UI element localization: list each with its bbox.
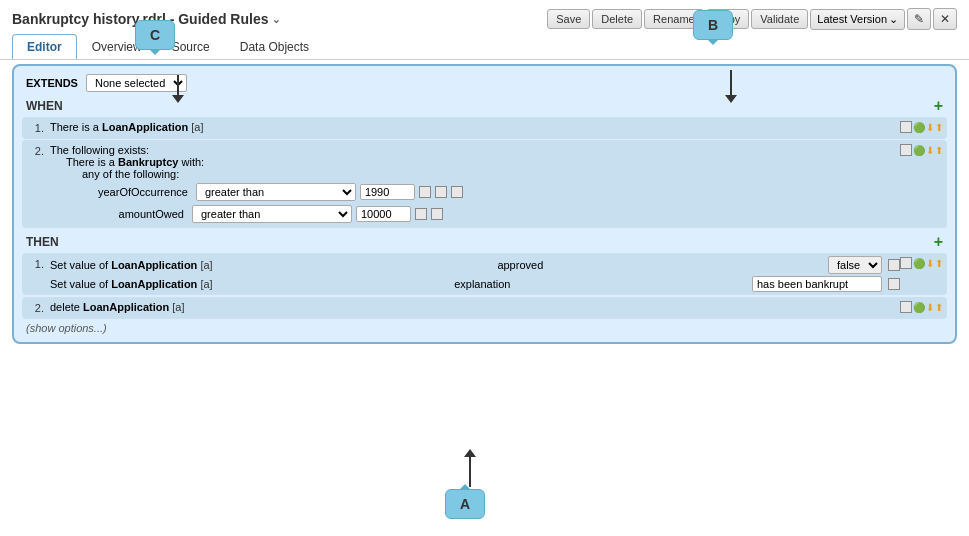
tab-data-objects[interactable]: Data Objects xyxy=(225,34,324,59)
then-approved-row: Set value of LoanApplication [a] approve… xyxy=(50,255,900,275)
annotation-b: B xyxy=(693,10,733,40)
title-dropdown-icon[interactable]: ⌄ xyxy=(272,14,280,25)
arrow-c xyxy=(172,75,184,103)
nested-intro: The following exists: xyxy=(50,144,900,156)
validate-button[interactable]: Validate xyxy=(751,9,808,29)
close-button[interactable]: ✕ xyxy=(933,8,957,30)
when-row-1-content: There is a LoanApplication [a] xyxy=(50,119,900,133)
when-label: WHEN xyxy=(26,99,63,113)
then-approved-field: approved xyxy=(219,259,822,271)
then-add-button[interactable]: + xyxy=(934,234,943,250)
then-row-1-num: 1. xyxy=(26,255,50,270)
then-set-label-1: Set value of LoanApplication [a] xyxy=(50,259,213,271)
then-row-2-sq[interactable] xyxy=(900,301,912,313)
when-row-2: 2. The following exists: There is a Bank… xyxy=(22,140,947,228)
amount-sq2[interactable] xyxy=(431,208,443,220)
then-set-label-2: Set value of LoanApplication [a] xyxy=(50,278,213,290)
then-row-2: 2. delete LoanApplication [a] 🟢 ⬇ ⬆ xyxy=(22,297,947,319)
amount-sq1[interactable] xyxy=(415,208,427,220)
when-row-2-down[interactable]: ⬇ xyxy=(926,145,934,156)
when-row-1-sq1[interactable] xyxy=(900,121,912,133)
then-row-2-up[interactable]: ⬆ xyxy=(935,302,943,313)
then-explanation-row: Set value of LoanApplication [a] explana… xyxy=(50,275,900,293)
then-row-2-actions: 🟢 ⬇ ⬆ xyxy=(900,299,943,313)
then-explanation-field: explanation xyxy=(219,278,746,290)
year-sq1[interactable] xyxy=(419,186,431,198)
amount-value-input[interactable] xyxy=(356,206,411,222)
annotation-c: C xyxy=(135,20,175,50)
extends-label: EXTENDS xyxy=(26,77,78,89)
then-row-1-add[interactable]: 🟢 xyxy=(913,258,925,269)
year-operator-select[interactable]: greater than less than equal to xyxy=(196,183,356,201)
then-row-1-actions: 🟢 ⬇ ⬆ xyxy=(900,255,943,269)
amount-label: amountOwed xyxy=(98,208,188,220)
arrow-b xyxy=(725,70,737,103)
delete-button[interactable]: Delete xyxy=(592,9,642,29)
then-row-1-down[interactable]: ⬇ xyxy=(926,258,934,269)
then-row-2-add[interactable]: 🟢 xyxy=(913,302,925,313)
year-value-input[interactable] xyxy=(360,184,415,200)
year-sq2[interactable] xyxy=(435,186,447,198)
then-row-1-sq[interactable] xyxy=(900,257,912,269)
latest-version-dropdown[interactable]: Latest Version ⌄ xyxy=(810,9,905,30)
year-row: yearOfOccurrence greater than less than … xyxy=(98,182,900,202)
then-row-2-content: delete LoanApplication [a] xyxy=(50,299,900,313)
when-row-2-up[interactable]: ⬆ xyxy=(935,145,943,156)
nested-sub: There is a Bankruptcy with: xyxy=(66,156,900,168)
when-header: WHEN + xyxy=(18,96,951,116)
show-options[interactable]: (show options...) xyxy=(18,320,951,336)
extends-row: EXTENDS None selected xyxy=(18,72,951,96)
explanation-sq[interactable] xyxy=(888,278,900,290)
when-add-button[interactable]: + xyxy=(934,98,943,114)
when-row-1-up-arrow[interactable]: ⬆ xyxy=(935,122,943,133)
when-row-2-actions: 🟢 ⬇ ⬆ xyxy=(900,142,943,156)
when-row-1-num: 1. xyxy=(26,119,50,134)
approved-sq[interactable] xyxy=(888,259,900,271)
when-row-1-text: There is a LoanApplication [a] xyxy=(50,121,203,133)
when-row-2-sq[interactable] xyxy=(900,144,912,156)
editor-area: EXTENDS None selected WHEN + 1. There is… xyxy=(12,64,957,344)
when-row-2-num: 2. xyxy=(26,142,50,157)
toolbar: Save Delete Rename Copy Validate Latest … xyxy=(547,8,957,30)
when-row-1-actions: 🟢 ⬇ ⬆ xyxy=(900,119,943,133)
amount-operator-select[interactable]: greater than less than equal to xyxy=(192,205,352,223)
amount-row: amountOwed greater than less than equal … xyxy=(98,204,900,224)
edit-icon-button[interactable]: ✎ xyxy=(907,8,931,30)
loan-app-keyword: LoanApplication xyxy=(102,121,188,133)
then-row-1: 1. Set value of LoanApplication [a] appr… xyxy=(22,253,947,295)
year-sq3[interactable] xyxy=(451,186,463,198)
when-row-2-add[interactable]: 🟢 xyxy=(913,145,925,156)
when-row-1: 1. There is a LoanApplication [a] 🟢 ⬇ ⬆ xyxy=(22,117,947,139)
bracket-a: [a] xyxy=(191,121,203,133)
approved-value-select[interactable]: false true xyxy=(828,256,882,274)
then-row-1-up[interactable]: ⬆ xyxy=(935,258,943,269)
annotation-a: A xyxy=(445,489,485,519)
when-row-1-add-icon[interactable]: 🟢 xyxy=(913,122,925,133)
explanation-value-input[interactable] xyxy=(752,276,882,292)
then-delete-text: delete LoanApplication [a] xyxy=(50,301,185,313)
then-row-2-num: 2. xyxy=(26,299,50,314)
tab-editor[interactable]: Editor xyxy=(12,34,77,59)
year-label: yearOfOccurrence xyxy=(98,186,192,198)
nested-any: any of the following: xyxy=(82,168,900,180)
then-row-2-down[interactable]: ⬇ xyxy=(926,302,934,313)
then-label: THEN xyxy=(26,235,59,249)
when-row-1-down-arrow[interactable]: ⬇ xyxy=(926,122,934,133)
then-header: THEN + xyxy=(18,232,951,252)
save-button[interactable]: Save xyxy=(547,9,590,29)
